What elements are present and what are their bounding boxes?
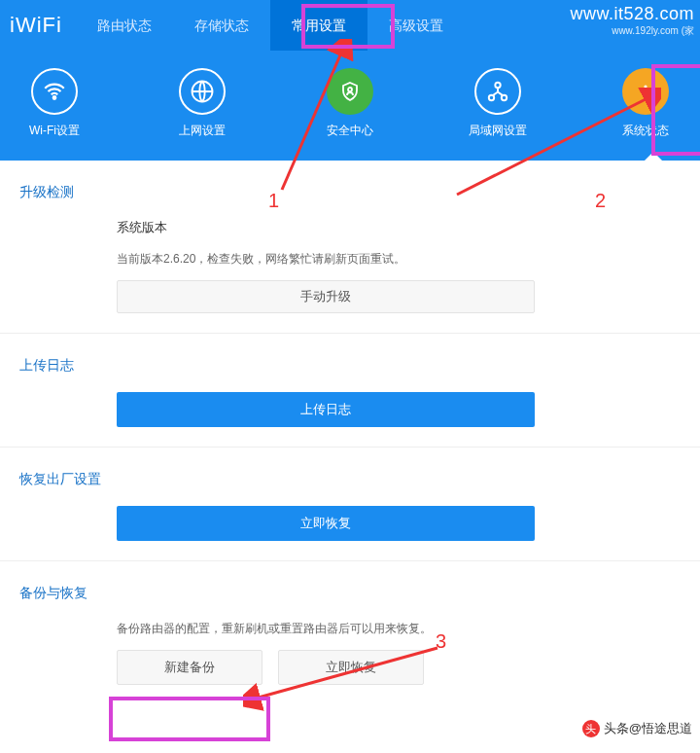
active-pointer [644, 152, 663, 161]
factory-restore-button[interactable]: 立即恢复 [117, 506, 535, 541]
upload-log-button[interactable]: 上传日志 [117, 392, 535, 427]
info-icon [622, 68, 669, 115]
tab-router-status[interactable]: 路由状态 [76, 0, 173, 51]
version-label: 系统版本 [117, 219, 622, 236]
backup-restore-button[interactable]: 立即恢复 [278, 650, 424, 685]
globe-icon [179, 68, 226, 115]
lan-icon [474, 68, 521, 115]
cell-label: 安全中心 [327, 123, 373, 139]
logo: iWiFi [0, 13, 76, 38]
svg-point-0 [53, 96, 56, 99]
watermark-url: www.it528.com [570, 4, 694, 24]
section-factory-reset: 恢复出厂设置 立即恢复 [0, 448, 700, 561]
attribution-text: 头条@悟途思道 [604, 720, 692, 737]
icon-row: Wi-Fi设置 上网设置 安全中心 局域网设置 系统状态 [0, 51, 700, 161]
topbar: iWiFi 路由状态 存储状态 常用设置 高级设置 www.it528.com … [0, 0, 700, 51]
svg-point-6 [644, 85, 647, 88]
cell-internet-settings[interactable]: 上网设置 [158, 68, 247, 139]
header: iWiFi 路由状态 存储状态 常用设置 高级设置 www.it528.com … [0, 0, 700, 161]
section-title: 升级检测 [19, 184, 681, 201]
section-title: 恢复出厂设置 [19, 471, 681, 488]
cell-label: 系统状态 [622, 123, 669, 139]
section-backup-restore: 备份与恢复 备份路由器的配置，重新刷机或重置路由器后可以用来恢复。 新建备份 立… [0, 561, 700, 704]
cell-wifi-settings[interactable]: Wi-Fi设置 [10, 68, 99, 139]
cell-label: 上网设置 [179, 123, 226, 139]
svg-point-3 [495, 83, 500, 88]
backup-desc: 备份路由器的配置，重新刷机或重置路由器后可以用来恢复。 [117, 620, 622, 638]
svg-point-2 [348, 88, 352, 91]
shield-icon [327, 68, 373, 115]
cell-label: 局域网设置 [469, 123, 527, 139]
tab-advanced-settings[interactable]: 高级设置 [368, 0, 465, 51]
wifi-icon [31, 68, 78, 115]
attribution: 头 头条@悟途思道 [582, 720, 692, 737]
section-title: 上传日志 [19, 357, 681, 375]
cell-lan-settings[interactable]: 局域网设置 [453, 68, 542, 139]
cell-system-status[interactable]: 系统状态 [601, 68, 690, 139]
content: 升级检测 系统版本 当前版本2.6.20，检查失败，网络繁忙请刷新页面重试。 手… [0, 161, 700, 743]
section-title: 备份与恢复 [19, 585, 681, 602]
version-text: 当前版本2.6.20，检查失败，网络繁忙请刷新页面重试。 [117, 250, 622, 269]
manual-upgrade-button[interactable]: 手动升级 [117, 280, 535, 313]
section-upgrade: 升级检测 系统版本 当前版本2.6.20，检查失败，网络繁忙请刷新页面重试。 手… [0, 161, 700, 334]
watermark: www.it528.com www.192ly.com (家 [570, 4, 694, 38]
attribution-icon: 头 [582, 720, 600, 737]
cell-label: Wi-Fi设置 [29, 123, 80, 139]
section-upload-log: 上传日志 上传日志 [0, 334, 700, 448]
tab-common-settings[interactable]: 常用设置 [270, 0, 368, 51]
watermark-sub: www.192ly.com (家 [570, 24, 694, 38]
tab-storage-status[interactable]: 存储状态 [173, 0, 270, 51]
svg-rect-7 [645, 90, 648, 98]
new-backup-button[interactable]: 新建备份 [117, 650, 262, 685]
cell-security-center[interactable]: 安全中心 [305, 68, 395, 139]
